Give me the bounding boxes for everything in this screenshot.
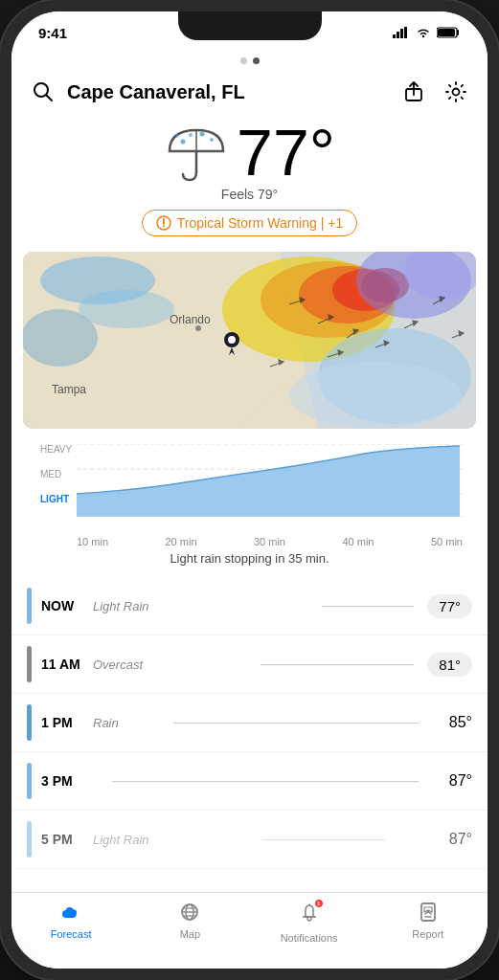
- svg-text:Orlando: Orlando: [170, 313, 211, 326]
- warning-badge[interactable]: Tropical Storm Warning | +1: [142, 210, 357, 236]
- notification-count: 1: [317, 901, 320, 906]
- hourly-condition-2: Rain: [93, 716, 160, 730]
- signal-icon: [393, 27, 410, 38]
- color-bar-3: [27, 763, 32, 799]
- color-bar-4: [27, 821, 32, 858]
- status-time: 9:41: [38, 25, 67, 41]
- gear-icon: [444, 80, 467, 103]
- status-bar: 9:41: [11, 11, 488, 54]
- phone-frame: 9:41: [0, 0, 499, 980]
- hourly-temp-1: 81°: [427, 653, 472, 677]
- color-bar-0: [27, 588, 32, 624]
- header-right: [397, 76, 472, 108]
- map-container[interactable]: Orlando Tampa: [23, 252, 476, 429]
- forecast-icon: [58, 901, 83, 925]
- pagination-dots: [11, 54, 488, 70]
- location-text: Cape Canaveral, FL: [67, 81, 245, 103]
- svg-point-27: [79, 290, 174, 328]
- svg-point-17: [175, 134, 179, 138]
- warning-icon: [156, 215, 171, 231]
- x-label-3: 40 min: [342, 536, 374, 547]
- svg-rect-1: [397, 32, 399, 38]
- feels-like: Feels 79°: [221, 187, 278, 202]
- notch: [178, 11, 322, 40]
- x-label-1: 20 min: [165, 536, 196, 547]
- weather-icon-temp: 77°: [164, 120, 335, 185]
- hourly-dash-4: ————————: [262, 831, 419, 848]
- hourly-dash-2: ————————————————: [173, 714, 419, 731]
- rain-chart-wrapper: HEAVY MED LIGHT: [27, 436, 472, 532]
- svg-point-15: [200, 132, 205, 137]
- hourly-dash-3: ————————————————————: [112, 772, 419, 790]
- umbrella-icon: [164, 122, 229, 182]
- rain-summary: Light rain stopping in 35 min.: [27, 547, 472, 573]
- hourly-time-1: 11 AM: [41, 657, 83, 672]
- chart-label-light: LIGHT: [40, 494, 69, 504]
- hourly-time-4: 5 PM: [41, 832, 83, 847]
- notifications-icon-container: 1: [297, 901, 322, 929]
- tab-label-forecast: Forecast: [51, 928, 92, 940]
- tab-label-map: Map: [180, 928, 200, 940]
- list-item[interactable]: 3 PM ———————————————————— 87°: [11, 752, 488, 811]
- svg-text:Tampa: Tampa: [52, 383, 86, 396]
- hourly-temp-2: 85°: [432, 714, 472, 731]
- svg-rect-6: [438, 29, 455, 36]
- hourly-dash-1: ——————————: [261, 656, 414, 673]
- svg-point-13: [181, 140, 186, 145]
- svg-point-14: [189, 133, 193, 137]
- svg-point-56: [228, 336, 236, 344]
- header-location[interactable]: Cape Canaveral, FL: [27, 76, 245, 108]
- tab-forecast[interactable]: Forecast: [11, 901, 130, 940]
- list-item[interactable]: 1 PM Rain ———————————————— 85°: [11, 694, 488, 752]
- list-item[interactable]: NOW Light Rain —————— 77°: [11, 577, 488, 635]
- weather-main: 77° Feels 79° Tropical Storm Warning | +…: [11, 116, 488, 252]
- svg-point-16: [210, 138, 214, 142]
- svg-line-8: [47, 96, 53, 101]
- svg-rect-2: [400, 29, 403, 38]
- tab-label-report: Report: [412, 928, 443, 940]
- tab-report[interactable]: Report: [369, 901, 488, 940]
- hourly-temp-4: 87°: [432, 831, 472, 848]
- x-label-2: 30 min: [254, 536, 285, 547]
- share-button[interactable]: [397, 76, 430, 108]
- tab-map[interactable]: Map: [130, 901, 249, 940]
- map-icon: [177, 901, 202, 925]
- list-item[interactable]: 5 PM Light Rain ———————— 87°: [11, 811, 488, 869]
- status-icons: [393, 27, 461, 38]
- wifi-icon: [416, 27, 431, 38]
- rain-chart-svg: [77, 444, 463, 517]
- hourly-time-3: 3 PM: [41, 773, 83, 789]
- scroll-content[interactable]: Cape Canaveral, FL: [11, 54, 488, 969]
- battery-icon: [437, 27, 461, 38]
- hourly-condition-0: Light Rain: [93, 599, 308, 613]
- x-label-4: 50 min: [431, 536, 463, 547]
- tab-label-notifications: Notifications: [281, 932, 338, 944]
- hourly-temp-0: 77°: [427, 594, 472, 618]
- color-bar-2: [27, 704, 32, 741]
- hourly-time-2: 1 PM: [41, 715, 83, 730]
- chart-label-heavy: HEAVY: [40, 444, 72, 455]
- svg-rect-3: [404, 27, 407, 38]
- settings-button[interactable]: [440, 76, 472, 108]
- list-item[interactable]: 11 AM Overcast —————————— 81°: [11, 635, 488, 694]
- phone-screen: 9:41: [11, 11, 488, 969]
- report-icon: [416, 901, 441, 925]
- color-bar-1: [27, 646, 32, 682]
- tab-notifications[interactable]: 1 Notifications: [250, 901, 369, 944]
- x-label-0: 10 min: [77, 536, 108, 547]
- svg-point-10: [453, 89, 460, 96]
- rain-chart-container: HEAVY MED LIGHT: [11, 436, 488, 577]
- svg-point-36: [289, 362, 462, 429]
- svg-rect-0: [393, 34, 396, 38]
- svg-point-4: [422, 35, 424, 37]
- chart-x-labels: 10 min 20 min 30 min 40 min 50 min: [27, 532, 472, 547]
- hourly-dash-0: ——————: [322, 597, 414, 614]
- search-icon: [33, 81, 54, 102]
- warning-text: Tropical Storm Warning | +1: [177, 215, 343, 231]
- chart-label-med: MED: [40, 469, 61, 479]
- dot-2: [253, 57, 260, 64]
- search-button[interactable]: [27, 76, 59, 108]
- hourly-temp-3: 87°: [432, 772, 472, 790]
- tab-bar: Forecast Map: [11, 892, 488, 969]
- svg-point-20: [163, 226, 165, 228]
